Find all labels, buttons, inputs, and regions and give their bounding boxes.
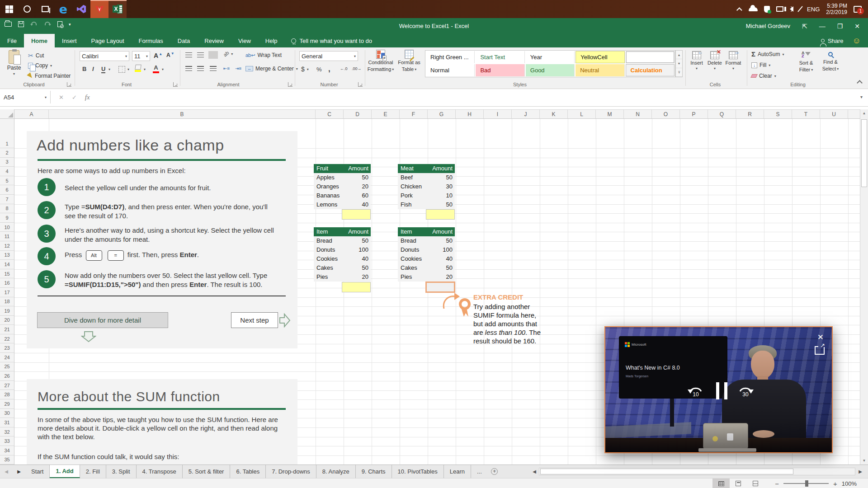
task-view-button[interactable] bbox=[36, 0, 54, 18]
horizontal-scroll-thumb[interactable] bbox=[540, 469, 793, 474]
onedrive-icon[interactable] bbox=[749, 7, 758, 11]
tell-me-box[interactable]: Tell me what you want to do bbox=[285, 34, 378, 47]
style-neutral[interactable]: Neutral bbox=[576, 64, 624, 76]
increase-indent-button[interactable]: ⇥≡ bbox=[235, 66, 241, 71]
next-step-button[interactable]: Next step bbox=[231, 312, 278, 328]
row-header[interactable]: 14 bbox=[0, 260, 14, 269]
fruit-row[interactable]: Oranges20 bbox=[314, 182, 371, 191]
column-header[interactable]: E bbox=[372, 110, 400, 118]
share-button[interactable]: Share bbox=[821, 38, 844, 44]
alignment-dialog-launcher[interactable] bbox=[288, 82, 292, 87]
column-header[interactable]: F bbox=[400, 110, 428, 118]
sheet-tab-7-dropdowns[interactable]: 7. Drop-downs bbox=[266, 465, 316, 478]
sheet-tab-5-sort-filter[interactable]: 5. Sort & filter bbox=[183, 465, 231, 478]
row-header[interactable]: 21 bbox=[0, 325, 14, 334]
sheet-tab-more[interactable]: ... bbox=[471, 465, 488, 478]
tray-expand-chevron-icon[interactable] bbox=[738, 7, 742, 11]
dive-down-button[interactable]: Dive down for more detail bbox=[37, 312, 168, 328]
style-good[interactable]: Good bbox=[526, 64, 575, 76]
item1-row[interactable]: Bread50 bbox=[314, 236, 371, 245]
column-header[interactable]: A bbox=[14, 110, 49, 118]
column-header[interactable]: U bbox=[820, 110, 848, 118]
display-icon[interactable] bbox=[776, 6, 783, 12]
meat-row[interactable]: Chicken30 bbox=[398, 182, 455, 191]
shrink-font-button[interactable]: A▼ bbox=[166, 52, 175, 58]
clipboard-dialog-launcher[interactable] bbox=[67, 82, 71, 87]
gallery-scroll-up[interactable]: ▲ bbox=[676, 51, 682, 59]
column-header[interactable]: H bbox=[456, 110, 484, 118]
format-as-table-button[interactable]: Format as Table▾ bbox=[396, 50, 422, 72]
row-header[interactable]: 32 bbox=[0, 427, 14, 437]
font-dialog-launcher[interactable] bbox=[173, 82, 178, 87]
row-header[interactable]: 22 bbox=[0, 334, 14, 344]
meat-answer-cell[interactable] bbox=[426, 209, 455, 220]
item1-row[interactable]: Pies20 bbox=[314, 272, 371, 282]
font-family-combo[interactable]: Calibri▾ bbox=[80, 51, 129, 61]
feedback-smiley-icon[interactable]: ☺ bbox=[853, 37, 861, 45]
sheet-tab-8-analyze[interactable]: 8. Analyze bbox=[316, 465, 356, 478]
align-bottom-button[interactable] bbox=[210, 52, 217, 57]
video-popout-icon[interactable] bbox=[815, 347, 825, 355]
zoom-in-button[interactable]: + bbox=[833, 480, 837, 488]
paste-dropdown-arrow[interactable]: ▾ bbox=[13, 72, 15, 76]
sheet-scroll-right[interactable]: ▶ bbox=[13, 465, 25, 478]
column-header[interactable]: J bbox=[512, 110, 540, 118]
italic-button[interactable]: I bbox=[92, 66, 94, 72]
row-header[interactable]: 27 bbox=[0, 381, 14, 390]
normal-view-button[interactable] bbox=[712, 479, 730, 488]
row-header[interactable]: 3 bbox=[0, 158, 14, 167]
row-header[interactable]: 19 bbox=[0, 306, 14, 316]
expand-formula-bar-arrow[interactable]: ▾ bbox=[860, 94, 863, 99]
gallery-scroll-down[interactable]: ▼ bbox=[676, 59, 682, 68]
row-header[interactable]: 9 bbox=[0, 213, 14, 223]
item2-row[interactable]: Pies20 bbox=[398, 272, 455, 282]
row-header[interactable]: 8 bbox=[0, 204, 14, 214]
vertical-scroll-thumb[interactable] bbox=[861, 119, 867, 187]
meat-row[interactable]: Fish50 bbox=[398, 200, 455, 209]
tab-home[interactable]: Home bbox=[24, 34, 55, 47]
conditional-formatting-button[interactable]: Conditional Formatting▾ bbox=[367, 50, 394, 72]
bold-button[interactable]: B bbox=[82, 66, 86, 72]
sheet-tab-10-pivottables[interactable]: 10. PivotTables bbox=[392, 465, 444, 478]
sheet-tab-3-split[interactable]: 3. Split bbox=[106, 465, 137, 478]
style-blank[interactable] bbox=[626, 51, 675, 63]
autosum-button[interactable]: Σ AutoSum▾ bbox=[751, 51, 784, 57]
rewind-10-button[interactable]: 10 bbox=[686, 385, 706, 400]
row-header[interactable]: 29 bbox=[0, 399, 14, 409]
fruit-answer-cell[interactable] bbox=[342, 209, 371, 220]
item2-row[interactable]: Bread50 bbox=[398, 236, 455, 245]
cortana-button[interactable] bbox=[18, 0, 36, 18]
ribbon-display-options-button[interactable]: ⇱ bbox=[802, 23, 807, 30]
sheet-scroll-left[interactable]: ◀ bbox=[0, 465, 13, 478]
save-button[interactable] bbox=[18, 21, 24, 27]
pause-button[interactable] bbox=[716, 382, 727, 399]
restore-button[interactable]: ❐ bbox=[837, 23, 843, 30]
forward-30-button[interactable]: 30 bbox=[736, 385, 755, 400]
decrease-indent-button[interactable]: ⇤≡ bbox=[223, 66, 230, 71]
fruit-row[interactable]: Lemons40 bbox=[314, 200, 371, 209]
row-header[interactable]: 15 bbox=[0, 269, 14, 279]
sheet-tab-9-charts[interactable]: 9. Charts bbox=[356, 465, 392, 478]
collapse-ribbon-button[interactable] bbox=[857, 80, 863, 86]
sheet-tab-6-tables[interactable]: 6. Tables bbox=[230, 465, 266, 478]
row-header[interactable]: 25 bbox=[0, 362, 14, 372]
style-right-green[interactable]: Right Green ... bbox=[426, 51, 475, 63]
row-header[interactable]: 11 bbox=[0, 232, 14, 241]
hscroll-right-arrow[interactable]: ▶ bbox=[855, 469, 865, 474]
row-header[interactable]: 17 bbox=[0, 288, 14, 297]
excel-taskbar-button[interactable]: X bbox=[108, 0, 127, 18]
video-close-icon[interactable]: ✕ bbox=[817, 333, 824, 342]
row-header[interactable]: 12 bbox=[0, 241, 14, 251]
font-color-button[interactable]: A bbox=[153, 64, 159, 73]
item2-row[interactable]: Cookies40 bbox=[398, 254, 455, 263]
video-overlay[interactable]: Microsoft What's New in C# 8.0 Mads Torg… bbox=[604, 326, 833, 453]
style-yellowcell[interactable]: YellowCell bbox=[576, 51, 624, 63]
page-layout-view-button[interactable] bbox=[730, 479, 747, 488]
underline-button[interactable]: U bbox=[101, 66, 105, 73]
row-header[interactable]: 35 bbox=[0, 455, 14, 465]
item1-answer-cell[interactable] bbox=[342, 282, 371, 292]
tab-formulas[interactable]: Formulas bbox=[132, 34, 170, 47]
meat-row[interactable]: Beef50 bbox=[398, 173, 455, 182]
row-header[interactable]: 33 bbox=[0, 436, 14, 446]
defender-shield-icon[interactable] bbox=[764, 6, 770, 13]
